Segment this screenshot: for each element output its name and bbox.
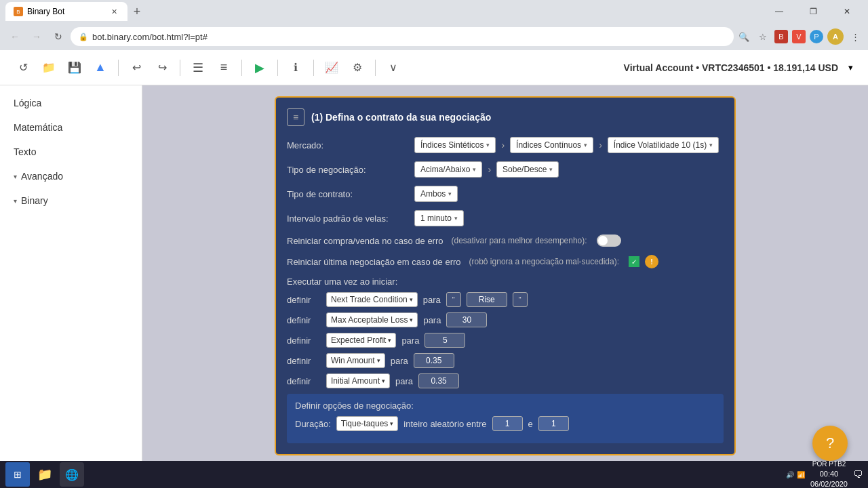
mercado-select-3[interactable]: Índice Volatilidade 10 (1s) ▾ bbox=[608, 137, 719, 153]
range-max-input[interactable] bbox=[538, 416, 569, 431]
search-icon[interactable]: 🔍 bbox=[736, 29, 751, 44]
app-toolbar: ↺ 📁 💾 ▲ ↩ ↪ ☰ ≡ ▶ ℹ 📈 ⚙ ∨ Virtual Accoun… bbox=[0, 50, 868, 85]
redo-toolbar-button[interactable]: ↪ bbox=[150, 56, 174, 80]
maximize-button[interactable]: ❐ bbox=[797, 0, 829, 23]
back-button[interactable]: ← bbox=[5, 27, 24, 46]
tab-favicon: B bbox=[14, 7, 23, 16]
forward-button[interactable]: → bbox=[27, 27, 46, 46]
mercado-arrow-2: › bbox=[599, 140, 602, 150]
range-min-input[interactable] bbox=[492, 416, 523, 431]
warning-icon: ! bbox=[645, 255, 658, 268]
mercado-select-2[interactable]: Índices Contínuos ▾ bbox=[510, 137, 593, 153]
definir-label-2: definir bbox=[287, 336, 321, 346]
list1-toolbar-button[interactable]: ☰ bbox=[186, 56, 210, 80]
sidebar-item-binary-label: Binary bbox=[21, 195, 48, 206]
win-amount-select[interactable]: Win Amount ▾ bbox=[326, 353, 385, 368]
mercado-select-1[interactable]: Índices Sintéticos ▾ bbox=[414, 137, 496, 153]
intervalo-select[interactable]: 1 minuto ▾ bbox=[414, 210, 464, 226]
max-acceptable-loss-select[interactable]: Max Acceptable Loss ▾ bbox=[326, 312, 418, 327]
chart-toolbar-button[interactable]: 📈 bbox=[319, 56, 344, 80]
reiniciar2-checkbox[interactable]: ✓ bbox=[629, 256, 639, 267]
exec-row-1: definir Max Acceptable Loss ▾ para bbox=[287, 312, 724, 327]
e-label: e bbox=[528, 419, 533, 429]
taskbar-browser[interactable]: 🌐 bbox=[60, 462, 84, 487]
quote-right-0[interactable]: " bbox=[513, 292, 528, 307]
initial-amount-select[interactable]: Initial Amount ▾ bbox=[326, 373, 390, 388]
avatar[interactable]: A bbox=[827, 28, 844, 45]
reiniciar2-note: (robô ignora a negociação mal-sucedida): bbox=[469, 257, 619, 266]
definir-label-1: definir bbox=[287, 315, 321, 325]
quote-left-0[interactable]: " bbox=[446, 292, 461, 307]
block-header: ≡ (1) Defina o contrato da sua negociaçã… bbox=[287, 108, 724, 126]
addon-icon2[interactable]: V bbox=[792, 30, 806, 43]
info-toolbar-button[interactable]: ℹ bbox=[283, 56, 308, 80]
toolbar-separator-4 bbox=[277, 60, 278, 76]
bookmark-icon[interactable]: ☆ bbox=[755, 29, 770, 44]
taskbar-start-button[interactable]: ⊞ bbox=[5, 462, 30, 487]
play-toolbar-button[interactable]: ▶ bbox=[248, 56, 272, 80]
address-bar[interactable]: 🔒 bot.binary.com/bot.html?l=pt# bbox=[71, 27, 734, 46]
addon-icon1[interactable]: B bbox=[774, 30, 788, 43]
folder-toolbar-button[interactable]: 📁 bbox=[37, 56, 61, 80]
exec-row-4: definir Initial Amount ▾ para bbox=[287, 373, 724, 388]
new-tab-button[interactable]: + bbox=[127, 2, 146, 21]
sidebar-item-avancado-label: Avançado bbox=[21, 171, 63, 182]
sidebar-item-avancado[interactable]: Avançado bbox=[0, 164, 142, 188]
value-input-2[interactable] bbox=[425, 333, 465, 348]
sidebar-item-logica-label: Lógica bbox=[14, 98, 41, 108]
reiniciar2-row: Reiniciar última negociação em caso de e… bbox=[287, 255, 724, 268]
sidebar-item-matematica[interactable]: Matemática bbox=[0, 115, 142, 140]
duracao-select[interactable]: Tique-taques ▾ bbox=[336, 416, 399, 431]
taskbar-file-manager[interactable]: 📁 bbox=[33, 462, 57, 487]
para-label-2: para bbox=[401, 336, 419, 346]
url-text: bot.binary.com/bot.html?l=pt# bbox=[92, 32, 208, 42]
refresh-toolbar-button[interactable]: ↺ bbox=[11, 56, 35, 80]
tipo-contrato-row: Tipo de contrato: Ambos ▾ bbox=[287, 186, 724, 202]
analyze-toolbar-button[interactable]: ⚙ bbox=[345, 56, 370, 80]
sidebar-item-texto[interactable]: Texto bbox=[0, 140, 142, 164]
tab-title: Binary Bot bbox=[27, 7, 64, 16]
expected-profit-select[interactable]: Expected Profit ▾ bbox=[326, 333, 396, 348]
drive-toolbar-button[interactable]: ▲ bbox=[88, 56, 113, 80]
taskbar-notification-icon[interactable]: 🗨 bbox=[853, 469, 863, 480]
sidebar: Lógica Matemática Texto Avançado Binary bbox=[0, 85, 142, 488]
browser-tab[interactable]: B Binary Bot ✕ bbox=[5, 2, 127, 21]
list2-toolbar-button[interactable]: ≡ bbox=[212, 56, 236, 80]
para-label-1: para bbox=[423, 315, 441, 325]
taskbar-time-block: POR PTB2 00:40 06/02/2020 bbox=[810, 460, 848, 488]
value-input-0[interactable] bbox=[467, 292, 507, 307]
value-input-1[interactable] bbox=[446, 312, 487, 327]
reload-button[interactable]: ↻ bbox=[49, 27, 68, 46]
sidebar-item-logica[interactable]: Lógica bbox=[0, 91, 142, 115]
definir-opcoes-title: Definir opções de negociação: bbox=[295, 401, 715, 411]
account-dropdown-button[interactable]: ▾ bbox=[844, 61, 857, 75]
tipo-neg-select-1[interactable]: Acima/Abaixo ▾ bbox=[414, 161, 482, 178]
addon-icon3[interactable]: P bbox=[810, 30, 823, 43]
tipo-neg-arrow: › bbox=[488, 164, 491, 175]
taskbar: ⊞ 📁 🌐 🔊 📶 POR PTB2 00:40 06/02/2020 🗨 bbox=[0, 461, 868, 488]
value-input-4[interactable] bbox=[418, 373, 459, 388]
intervalo-row: Intervalo padrão de velas: 1 minuto ▾ bbox=[287, 210, 724, 226]
sidebar-item-binary[interactable]: Binary bbox=[0, 188, 142, 213]
tipo-contrato-select[interactable]: Ambos ▾ bbox=[414, 186, 458, 202]
tab-close-button[interactable]: ✕ bbox=[108, 6, 119, 17]
reiniciar1-toggle[interactable] bbox=[597, 235, 621, 247]
inteiro-label: inteiro aleatório entre bbox=[403, 419, 486, 429]
minimize-button[interactable]: — bbox=[764, 0, 795, 23]
menu-button[interactable]: ⋮ bbox=[848, 29, 863, 44]
taskbar-date: 06/02/2020 bbox=[810, 479, 848, 488]
more-toolbar-button[interactable]: ∨ bbox=[381, 56, 406, 80]
executar-label: Executar uma vez ao iniciar: bbox=[287, 277, 724, 287]
toolbar-separator-2 bbox=[180, 60, 180, 76]
close-button[interactable]: ✕ bbox=[831, 0, 863, 23]
tipo-neg-label: Tipo de negociação: bbox=[287, 165, 409, 175]
tipo-neg-select-2[interactable]: Sobe/Desce ▾ bbox=[496, 161, 559, 178]
save-toolbar-button[interactable]: 💾 bbox=[62, 56, 87, 80]
toolbar-separator-3 bbox=[241, 60, 242, 76]
exec-row-3: definir Win Amount ▾ para bbox=[287, 353, 724, 368]
undo-toolbar-button[interactable]: ↩ bbox=[124, 56, 149, 80]
help-float-button[interactable]: ? bbox=[812, 426, 848, 461]
mercado-label: Mercado: bbox=[287, 140, 409, 150]
next-trade-condition-select[interactable]: Next Trade Condition ▾ bbox=[326, 292, 418, 307]
value-input-3[interactable] bbox=[414, 353, 454, 368]
